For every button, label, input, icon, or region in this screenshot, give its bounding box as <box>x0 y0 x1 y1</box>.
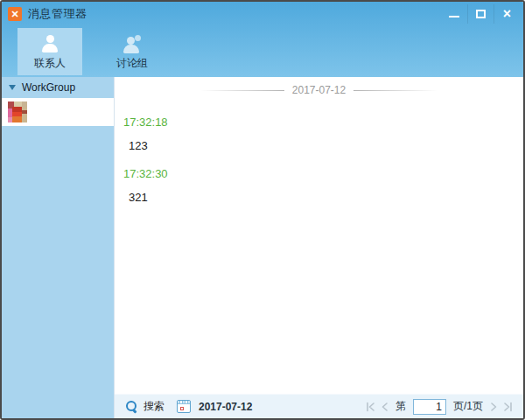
contact-avatar <box>8 102 27 122</box>
bottom-toolbar: 搜索 2017-07-12 第 页/1页 <box>115 394 523 418</box>
window-title: 消息管理器 <box>28 6 88 22</box>
message-history: 2017-07-12 17:32:18 123 17:32:30 321 <box>115 77 523 394</box>
contact-list-item[interactable] <box>2 98 114 126</box>
window-header: ✕ 消息管理器 × 联系人 <box>2 2 523 77</box>
message-timestamp: 17:32:30 <box>123 167 523 180</box>
date-separator-line-right <box>354 90 438 91</box>
page-suffix-label: 页/1页 <box>453 399 483 414</box>
message-manager-window: ✕ 消息管理器 × 联系人 <box>0 0 525 420</box>
pagination: 第 页/1页 <box>364 399 514 415</box>
close-icon: × <box>503 7 511 21</box>
window-body: WorkGroup <box>2 77 523 418</box>
close-button[interactable]: × <box>494 4 520 24</box>
group-icon-second-head <box>135 35 141 41</box>
message-text: 321 <box>129 191 523 204</box>
sidebar-group-workgroup[interactable]: WorkGroup <box>2 77 114 98</box>
message-text: 123 <box>129 139 523 152</box>
page-prefix-label: 第 <box>396 399 406 414</box>
titlebar: ✕ 消息管理器 × <box>2 2 523 24</box>
calendar-icon-top <box>178 401 190 404</box>
search-button[interactable]: 搜索 <box>144 399 164 414</box>
contacts-sidebar: WorkGroup <box>2 77 114 418</box>
date-separator-line-left <box>200 90 284 91</box>
toolbar: 联系人 讨论组 <box>2 24 523 77</box>
previous-page-button[interactable] <box>378 400 392 414</box>
date-picker-value[interactable]: 2017-07-12 <box>199 401 252 413</box>
collapse-triangle-icon <box>9 85 16 90</box>
page-number-input[interactable] <box>413 399 446 415</box>
next-page-button[interactable] <box>486 400 500 414</box>
sidebar-group-label: WorkGroup <box>22 81 75 94</box>
sidebar-empty-area <box>2 126 114 418</box>
maximize-button[interactable] <box>467 4 494 24</box>
first-page-button[interactable] <box>364 400 378 414</box>
last-page-button[interactable] <box>500 400 514 414</box>
date-separator-label: 2017-07-12 <box>292 84 346 96</box>
person-icon <box>40 35 60 53</box>
minimize-icon <box>449 16 459 18</box>
maximize-icon <box>476 10 486 18</box>
message-panel: 2017-07-12 17:32:18 123 17:32:30 321 搜索 … <box>114 77 523 418</box>
tab-discussion-groups[interactable]: 讨论组 <box>100 28 164 75</box>
tab-contacts-label: 联系人 <box>34 56 66 71</box>
tab-discussion-groups-label: 讨论组 <box>116 56 148 71</box>
calendar-icon[interactable] <box>177 400 191 413</box>
group-icon <box>122 35 143 53</box>
search-icon[interactable] <box>125 400 138 413</box>
message-timestamp: 17:32:18 <box>123 116 523 129</box>
app-logo-icon: ✕ <box>8 7 22 21</box>
tab-contacts[interactable]: 联系人 <box>18 28 82 75</box>
window-controls: × <box>441 4 520 24</box>
calendar-icon-day-mark <box>180 407 184 410</box>
minimize-button[interactable] <box>441 4 467 24</box>
date-separator: 2017-07-12 <box>115 84 523 96</box>
